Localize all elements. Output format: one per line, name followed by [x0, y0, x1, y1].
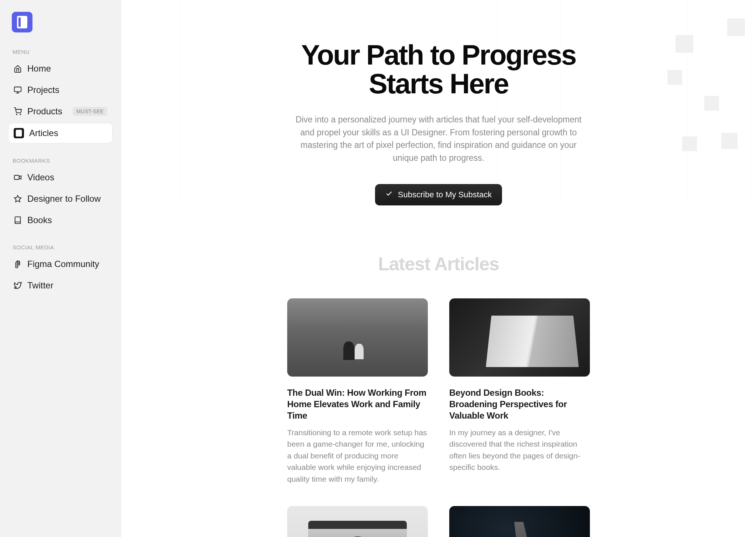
sidebar-item-home[interactable]: Home — [8, 59, 113, 79]
hero-subtitle: Dive into a personalized journey with ar… — [291, 113, 586, 164]
sidebar-item-label: Products — [27, 106, 62, 117]
twitter-icon — [13, 281, 22, 290]
sidebar: MENU Home Projects Products MUST-SEE Ar — [0, 0, 121, 537]
figma-icon — [13, 260, 22, 268]
sidebar-item-videos[interactable]: Videos — [8, 167, 113, 187]
section-label-menu: MENU — [8, 49, 113, 55]
article-excerpt: Transitioning to a remote work setup has… — [287, 427, 428, 485]
sidebar-item-label: Home — [27, 63, 51, 74]
main-content: Your Path to Progress Starts Here Dive i… — [121, 0, 756, 537]
svg-point-2 — [20, 114, 21, 115]
nav-section-social: SOCIAL MEDIA Figma Community Twitter — [8, 244, 113, 297]
logo[interactable] — [12, 12, 32, 32]
section-label-social: SOCIAL MEDIA — [8, 244, 113, 250]
hero-title: Your Path to Progress Starts Here — [287, 41, 590, 98]
home-icon — [13, 64, 22, 73]
sidebar-item-label: Articles — [29, 128, 58, 138]
cart-icon — [13, 107, 22, 116]
sidebar-item-designer-to-follow[interactable]: Designer to Follow — [8, 189, 113, 209]
article-card[interactable] — [449, 506, 590, 537]
sidebar-item-label: Figma Community — [27, 259, 99, 269]
star-icon — [13, 194, 22, 203]
sidebar-item-label: Twitter — [27, 280, 54, 291]
sidebar-item-label: Projects — [27, 85, 59, 95]
article-image — [287, 506, 428, 537]
article-card[interactable]: The Dual Win: How Working From Home Elev… — [287, 298, 428, 485]
sidebar-item-label: Books — [27, 215, 52, 225]
sidebar-item-books[interactable]: Books — [8, 210, 113, 230]
svg-point-1 — [16, 114, 17, 115]
sidebar-item-figma-community[interactable]: Figma Community — [8, 254, 113, 274]
article-image — [449, 506, 590, 537]
sidebar-item-twitter[interactable]: Twitter — [8, 276, 113, 295]
article-title: The Dual Win: How Working From Home Elev… — [287, 387, 428, 422]
article-icon — [14, 128, 24, 138]
must-see-badge: MUST-SEE — [73, 107, 107, 116]
article-card[interactable]: Beyond Design Books: Broadening Perspect… — [449, 298, 590, 485]
subscribe-label: Subscribe to My Substack — [398, 190, 492, 200]
sidebar-item-articles[interactable]: Articles — [8, 123, 113, 143]
articles-grid: The Dual Win: How Working From Home Elev… — [287, 298, 590, 537]
sidebar-item-projects[interactable]: Projects — [8, 80, 113, 100]
section-label-bookmarks: BOOKMARKS — [8, 157, 113, 164]
sidebar-item-label: Designer to Follow — [27, 194, 101, 204]
book-icon — [13, 216, 22, 225]
monitor-icon — [13, 86, 22, 94]
article-card[interactable] — [287, 506, 428, 537]
sidebar-item-label: Videos — [27, 172, 54, 183]
svg-rect-0 — [14, 87, 21, 92]
svg-rect-4 — [14, 176, 19, 180]
nav-section-bookmarks: BOOKMARKS Videos Designer to Follow Book… — [8, 157, 113, 232]
hero: Your Path to Progress Starts Here Dive i… — [287, 0, 590, 205]
latest-articles-heading: Latest Articles — [121, 253, 756, 275]
article-image — [287, 298, 428, 377]
check-icon — [385, 190, 393, 200]
article-title: Beyond Design Books: Broadening Perspect… — [449, 387, 590, 422]
article-excerpt: In my journey as a designer, I've discov… — [449, 427, 590, 473]
nav-section-menu: MENU Home Projects Products MUST-SEE Ar — [8, 49, 113, 145]
sidebar-item-products[interactable]: Products MUST-SEE — [8, 101, 113, 121]
subscribe-button[interactable]: Subscribe to My Substack — [375, 184, 502, 205]
video-icon — [13, 173, 22, 182]
article-image — [449, 298, 590, 377]
background-blocks — [590, 0, 756, 207]
